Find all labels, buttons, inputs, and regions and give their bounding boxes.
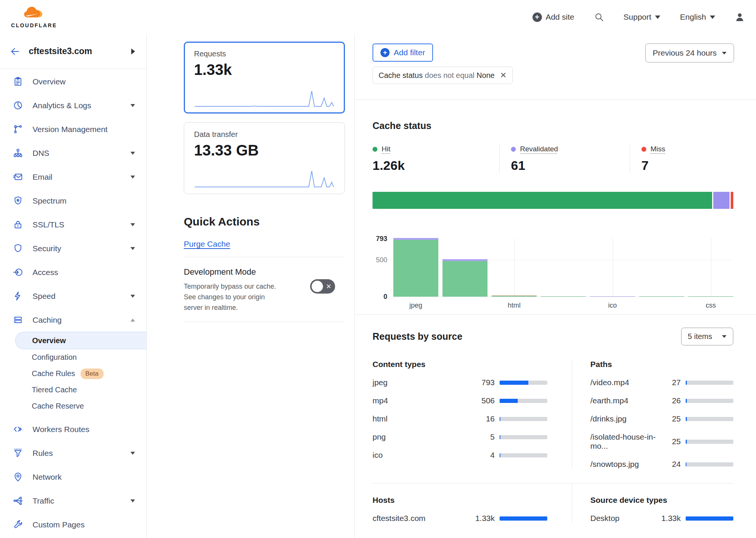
y-axis: 793 500 0: [373, 238, 393, 297]
sidebar-subitem-configuration[interactable]: Configuration: [0, 349, 146, 365]
server-stack-icon: [13, 315, 23, 325]
cache-status-section: Cache status Hit 1.26k Revalidated 61: [355, 100, 756, 314]
chip-close-icon[interactable]: ✕: [500, 71, 507, 80]
sidebar-item-speed[interactable]: Speed: [0, 284, 146, 308]
source-device-types-table: Source device types Desktop1.33k: [572, 484, 733, 523]
hosts-title: Hosts: [373, 496, 547, 505]
requests-label: Requests: [194, 50, 335, 58]
miss-label[interactable]: Miss: [650, 145, 665, 153]
support-menu[interactable]: Support: [624, 12, 661, 22]
bar-segment-hit: [639, 296, 684, 297]
chevron-down-icon: [130, 223, 135, 226]
table-row: /drinks.jpg25: [590, 414, 733, 423]
time-range-dropdown[interactable]: Previous 24 hours: [645, 44, 734, 62]
purge-cache-link[interactable]: Purge Cache: [184, 239, 230, 249]
hit-dot-icon: [373, 147, 377, 152]
sidebar-item-overview[interactable]: Overview: [0, 70, 146, 93]
clipboard-icon: [13, 76, 23, 87]
sidebar-item-analytics-logs[interactable]: Analytics & Logs: [0, 93, 146, 117]
table-row: /video.mp427: [590, 378, 733, 387]
sidebar-item-version-management[interactable]: Version Management: [0, 117, 146, 141]
divider: [184, 322, 345, 322]
caching-submenu: Overview Configuration Cache Rules Beta …: [0, 332, 146, 414]
chart-bar: ico: [590, 238, 635, 297]
bar-segment-hit: [541, 296, 586, 297]
revalidated-label[interactable]: Revalidated: [520, 145, 558, 153]
quick-actions-title: Quick Actions: [184, 215, 345, 228]
x-gridline: [711, 238, 711, 297]
back-arrow-icon[interactable]: [10, 46, 20, 57]
table-row: /snowtops.jpg24: [590, 460, 733, 469]
sidebar-item-custom-pages[interactable]: Custom Pages: [0, 513, 146, 536]
revalidated-dot-icon: [511, 147, 516, 152]
site-switcher-chevron-icon[interactable]: [131, 48, 135, 54]
chevron-down-icon: [130, 295, 135, 298]
cloudflare-cloud-icon: [22, 6, 46, 22]
add-site-button[interactable]: + Add site: [532, 12, 574, 22]
chevron-down-icon: [130, 104, 135, 107]
sidebar-item-ssl-tls[interactable]: SSL/TLS: [0, 213, 146, 236]
add-filter-button[interactable]: + Add filter: [373, 44, 433, 62]
chevron-down-icon: [722, 335, 727, 338]
chart-bar: [639, 238, 684, 297]
table-row: Desktop1.33k: [590, 514, 733, 523]
table-row: ico4: [373, 451, 547, 460]
items-count-dropdown[interactable]: 5 items: [681, 328, 733, 345]
paths-table: Paths /video.mp427 /earth.mp426 /drinks.…: [572, 360, 733, 469]
sidebar-item-email[interactable]: Email: [0, 165, 146, 189]
sidebar-item-rules[interactable]: Rules: [0, 441, 146, 465]
development-mode-title: Development Mode: [184, 267, 345, 277]
filter-chip[interactable]: Cache status does not equal None ✕: [373, 67, 513, 84]
sidebar-subitem-tiered-cache[interactable]: Tiered Cache: [0, 382, 146, 398]
content-types-title: Content types: [373, 360, 547, 369]
sidebar-subitem-cache-rules[interactable]: Cache Rules Beta: [0, 365, 146, 382]
site-name: cftestsite3.com: [29, 46, 123, 56]
sidebar-item-network[interactable]: Network: [0, 465, 146, 489]
language-label: English: [680, 12, 706, 22]
content-types-table: Content types jpeg793 mp4506 html16 png5…: [373, 360, 572, 469]
chevron-down-icon: [130, 176, 135, 179]
sidebar-item-caching[interactable]: Caching: [0, 308, 146, 332]
bar-segment-hit: [492, 296, 537, 297]
requests-metric-card[interactable]: Requests 1.33k: [184, 42, 345, 114]
shield-icon: [13, 243, 23, 253]
paths-title: Paths: [590, 360, 733, 369]
table-row: mp4506: [373, 396, 547, 405]
table-row: jpeg793: [373, 378, 547, 387]
chevron-down-icon: [130, 452, 135, 455]
sidebar-subitem-cache-reserve[interactable]: Cache Reserve: [0, 398, 146, 414]
data-transfer-sparkline: [194, 169, 335, 189]
sidebar-item-spectrum[interactable]: Spectrum: [0, 189, 146, 213]
miss-dot-icon: [641, 147, 646, 152]
bar-segment-hit: [393, 240, 438, 297]
sidebar-item-dns[interactable]: DNS: [0, 141, 146, 165]
chevron-down-icon: [655, 16, 660, 19]
data-transfer-metric-card[interactable]: Data transfer 13.33 GB: [184, 122, 345, 194]
chart-bar: [442, 238, 487, 297]
chevron-down-icon: [710, 16, 715, 19]
development-mode-toggle[interactable]: ✕: [310, 279, 335, 294]
cloudflare-logo[interactable]: CLOUDFLARE: [14, 6, 54, 28]
user-account-icon[interactable]: [735, 12, 745, 22]
lightning-icon: [13, 291, 23, 301]
chart-bar: css: [688, 238, 733, 297]
envelope-icon: [13, 172, 23, 182]
language-menu[interactable]: English: [680, 12, 715, 22]
hit-label[interactable]: Hit: [382, 145, 390, 153]
chip-value: None: [477, 71, 495, 79]
sidebar-item-security[interactable]: Security: [0, 236, 146, 260]
location-pin-icon: [13, 472, 23, 482]
code-brackets-icon: [13, 424, 23, 434]
sidebar-item-workers-routes[interactable]: Workers Routes: [0, 417, 146, 441]
sidebar-subitem-caching-overview[interactable]: Overview: [15, 332, 146, 349]
data-transfer-label: Data transfer: [194, 130, 335, 139]
requests-value: 1.33k: [194, 61, 335, 78]
search-icon[interactable]: [594, 12, 604, 22]
plus-icon: +: [380, 48, 390, 57]
legend-hit: Hit 1.26k: [373, 145, 499, 173]
sidebar-item-traffic[interactable]: Traffic: [0, 489, 146, 513]
chart-bar: jpeg: [393, 238, 438, 297]
login-arrow-icon: [13, 267, 23, 277]
y-tick-0: 0: [383, 293, 387, 301]
sidebar-item-access[interactable]: Access: [0, 260, 146, 284]
